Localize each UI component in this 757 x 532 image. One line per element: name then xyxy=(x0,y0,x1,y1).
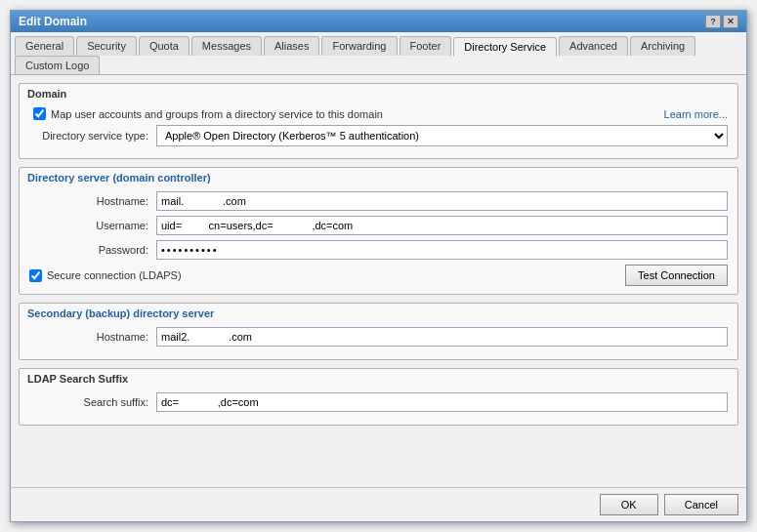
title-bar-buttons: ? ✕ xyxy=(705,15,738,28)
dir-type-label: Directory service type: xyxy=(29,130,156,142)
ldap-section-content: Search suffix: xyxy=(20,387,737,425)
ldap-section-title: LDAP Search Suffix xyxy=(20,369,737,387)
secondary-hostname-row: Hostname: xyxy=(29,327,728,347)
map-accounts-checkbox[interactable] xyxy=(33,107,46,120)
title-bar: Edit Domain ? ✕ xyxy=(11,11,746,32)
secondary-hostname-input[interactable] xyxy=(156,327,728,347)
tab-security[interactable]: Security xyxy=(76,36,137,56)
domain-section: Domain Map user accounts and groups from… xyxy=(19,83,738,159)
domain-section-content: Map user accounts and groups from a dire… xyxy=(20,102,737,158)
test-connection-button[interactable]: Test Connection xyxy=(625,265,728,286)
username-input[interactable] xyxy=(156,216,728,235)
secure-row: Secure connection (LDAPS) Test Connectio… xyxy=(29,265,728,286)
tab-quota[interactable]: Quota xyxy=(139,36,189,56)
username-label: Username: xyxy=(29,220,156,231)
secondary-section: Secondary (backup) directory server Host… xyxy=(19,303,738,360)
search-suffix-row: Search suffix: xyxy=(29,392,728,412)
tab-aliases[interactable]: Aliases xyxy=(264,36,319,56)
dir-server-section: Directory server (domain controller) Hos… xyxy=(19,167,738,295)
dialog-title: Edit Domain xyxy=(19,15,87,28)
password-input[interactable] xyxy=(156,240,728,260)
search-suffix-input[interactable] xyxy=(156,392,728,412)
learn-more-link[interactable]: Learn more... xyxy=(656,108,728,120)
hostname-row: Hostname: xyxy=(29,191,728,211)
tab-general[interactable]: General xyxy=(15,36,74,56)
tab-advanced[interactable]: Advanced xyxy=(559,36,628,56)
dir-type-select[interactable]: Apple® Open Directory (Kerberos™ 5 authe… xyxy=(156,125,728,146)
secondary-hostname-label: Hostname: xyxy=(29,331,156,343)
secondary-section-title: Secondary (backup) directory server xyxy=(20,304,737,321)
secondary-section-content: Hostname: xyxy=(20,321,737,359)
tab-forwarding[interactable]: Forwarding xyxy=(321,36,397,56)
map-accounts-label: Map user accounts and groups from a dire… xyxy=(51,108,383,120)
tab-content: Domain Map user accounts and groups from… xyxy=(11,75,746,487)
cancel-button[interactable]: Cancel xyxy=(664,494,738,515)
hostname-label: Hostname: xyxy=(29,195,156,207)
hostname-input[interactable] xyxy=(156,191,728,211)
dir-type-row: Directory service type: Apple® Open Dire… xyxy=(29,125,728,146)
ok-button[interactable]: OK xyxy=(600,494,658,515)
username-row: Username: xyxy=(29,216,728,235)
secure-connection-checkbox[interactable] xyxy=(29,269,42,282)
secure-left: Secure connection (LDAPS) xyxy=(29,269,182,282)
tab-custom-logo[interactable]: Custom Logo xyxy=(15,56,100,74)
dir-server-section-content: Hostname: Username: Password: Secure con… xyxy=(20,185,737,294)
tab-archiving[interactable]: Archiving xyxy=(630,36,695,56)
help-button[interactable]: ? xyxy=(705,15,721,28)
search-suffix-label: Search suffix: xyxy=(29,396,156,408)
tabs-container: General Security Quota Messages Aliases … xyxy=(11,32,746,75)
tab-footer[interactable]: Footer xyxy=(400,36,452,56)
ldap-section: LDAP Search Suffix Search suffix: xyxy=(19,368,738,426)
tab-directory-service[interactable]: Directory Service xyxy=(453,37,557,57)
map-accounts-row: Map user accounts and groups from a dire… xyxy=(29,107,728,120)
dialog-footer: OK Cancel xyxy=(11,487,746,521)
edit-domain-dialog: Edit Domain ? ✕ General Security Quota M… xyxy=(10,10,747,522)
tab-messages[interactable]: Messages xyxy=(191,36,262,56)
domain-section-title: Domain xyxy=(20,84,737,102)
password-label: Password: xyxy=(29,244,156,256)
close-button[interactable]: ✕ xyxy=(723,15,738,28)
dir-server-section-title: Directory server (domain controller) xyxy=(20,168,737,185)
password-row: Password: xyxy=(29,240,728,260)
secure-connection-label: Secure connection (LDAPS) xyxy=(47,269,182,281)
